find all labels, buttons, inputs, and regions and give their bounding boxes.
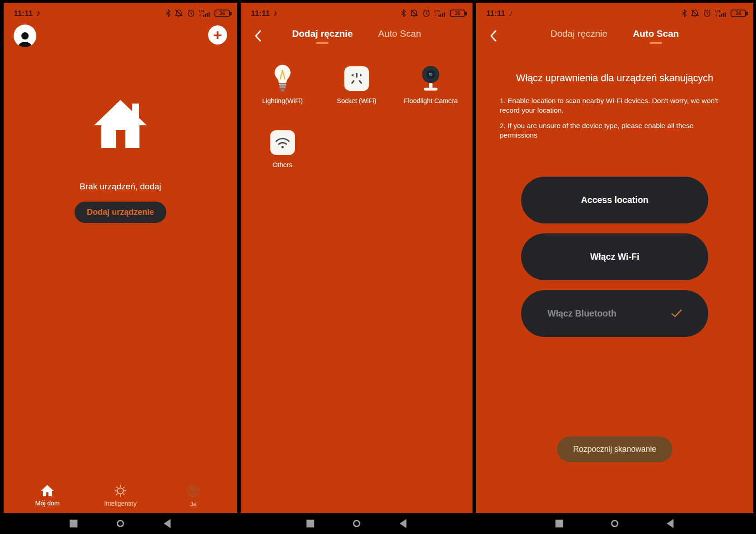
active-tab-underline [650,42,662,44]
battery-icon: 36 [450,10,465,17]
bluetooth-icon [681,9,687,17]
clock-text: 11:11 [14,9,33,18]
bluetooth-icon [165,9,171,17]
back-chevron-icon[interactable] [254,30,262,44]
device-socket-wifi[interactable]: Socket (WiFi) [319,64,393,105]
screenshot-frame: 11:11 ♪ LTE⇵ 36 + [0,0,756,534]
active-tab-underline [316,42,328,44]
phone-home: 11:11 ♪ LTE⇵ 36 + [4,3,237,534]
start-scan-button[interactable]: Rozpocznij skanowanie [557,436,673,462]
music-note-icon: ♪ [36,8,41,18]
battery-icon: 36 [214,10,230,17]
status-bar: 11:11 ♪ LTE⇵ 36 [241,3,472,19]
tab-smart[interactable]: Inteligentny [84,485,157,508]
permissions-steps: 1. Enable location to scan nearby Wi-Fi … [476,90,753,140]
clock-text: 11:11 [486,9,505,18]
tab-label: Auto Scan [633,28,679,39]
clock-text: 11:11 [251,9,270,18]
tab-me[interactable]: Ja [157,485,230,508]
device-floodlight-camera[interactable]: Floodlight Camera [394,64,468,105]
recents-button[interactable] [307,520,314,528]
page-header: Dodaj ręcznie Auto Scan [241,26,472,50]
status-left: 11:11 ♪ [14,8,40,18]
status-bar: 11:11 ♪ LTE⇵ 36 [476,3,753,19]
svg-text:⇵: ⇵ [715,14,717,17]
avatar[interactable] [14,25,36,47]
dnd-bell-icon [691,9,699,17]
device-label: Lighting(WiFi) [262,97,303,105]
add-manually-screen: 11:11 ♪ LTE⇵ 36 Dodaj ręcznie [241,3,472,513]
phone-add-manually: 11:11 ♪ LTE⇵ 36 Dodaj ręcznie [241,3,472,534]
recents-button[interactable] [556,520,563,528]
status-right: LTE⇵ 36 [165,9,230,18]
add-device-plus-button[interactable]: + [208,25,227,44]
back-button[interactable] [400,519,407,528]
home-button[interactable] [611,520,618,527]
socket-icon [349,71,364,86]
light-bulb-icon [272,64,293,93]
status-right: LTE⇵ 36 [401,9,465,18]
sun-icon [114,485,127,497]
auto-scan-screen: 11:11 ♪ LTE⇵ 36 Dodaj ręcznie [476,3,753,513]
music-note-icon: ♪ [274,8,278,18]
battery-percent: 36 [455,10,460,16]
home-screen: 11:11 ♪ LTE⇵ 36 + [4,3,237,513]
phone-auto-scan: 11:11 ♪ LTE⇵ 36 Dodaj ręcznie [476,3,753,534]
back-button[interactable] [164,519,170,528]
dnd-bell-icon [410,9,418,17]
button-label: Access location [581,195,648,205]
status-bar: 11:11 ♪ LTE⇵ 36 [4,3,237,19]
tab-auto-scan[interactable]: Auto Scan [378,28,421,44]
bottom-tab-bar: Mój dom Inteligentny Ja [4,485,237,513]
button-label: Włącz Bluetooth [547,308,617,319]
home-header: + [4,19,237,47]
access-location-button[interactable]: Access location [521,177,708,223]
tab-add-manually[interactable]: Dodaj ręcznie [551,28,607,44]
tab-add-manually[interactable]: Dodaj ręcznie [292,28,353,44]
button-label: Włącz Wi-Fi [590,252,639,262]
home-icon [41,485,54,496]
back-button[interactable] [667,519,674,528]
android-nav-bar [4,513,237,534]
device-others[interactable]: Others [245,128,319,169]
camera-icon [419,65,442,92]
device-label: Floodlight Camera [404,97,458,105]
back-chevron-icon[interactable] [490,30,497,44]
tab-label: Auto Scan [378,28,421,39]
status-left: 11:11 ♪ [251,8,278,18]
tile-background [344,66,369,91]
profile-icon [187,485,199,497]
recents-button[interactable] [70,520,78,528]
device-lighting-wifi[interactable]: Lighting(WiFi) [245,64,319,105]
wifi-icon [274,136,291,149]
header-tabs: Dodaj ręcznie Auto Scan [241,26,472,44]
add-device-button[interactable]: Dodaj urządzenie [75,202,166,223]
bluetooth-icon [401,9,406,17]
device-icon-box [419,64,442,94]
home-button[interactable] [353,520,360,527]
alarm-clock-icon [187,9,195,17]
tab-my-home[interactable]: Mój dom [11,485,84,508]
enable-bluetooth-button[interactable]: Włącz Bluetooth [521,290,708,337]
signal-lte-icon: LTE⇵ [434,9,446,18]
house-icon [92,100,149,148]
svg-text:⇵: ⇵ [199,14,201,17]
home-button[interactable] [117,520,124,527]
permissions-heading: Włącz uprawnienia dla urządzeń skanujący… [476,73,753,84]
alarm-clock-icon [422,9,431,17]
android-nav-bar [476,513,753,534]
svg-text:⇵: ⇵ [434,14,437,17]
step-1: 1. Enable location to scan nearby Wi-Fi … [500,96,728,115]
page-header: Dodaj ręcznie Auto Scan [476,26,753,50]
svg-text:LTE: LTE [715,10,721,13]
status-right: LTE⇵ 36 [681,9,746,18]
android-nav-bar [241,513,472,534]
tab-label: Inteligentny [104,500,137,507]
device-label: Others [273,161,293,169]
status-left: 11:11 ♪ [486,8,513,18]
battery-icon: 36 [731,10,746,17]
tab-label: Ja [190,500,197,508]
battery-percent: 36 [219,10,225,16]
tab-auto-scan[interactable]: Auto Scan [633,28,679,44]
enable-wifi-button[interactable]: Włącz Wi-Fi [521,233,708,280]
